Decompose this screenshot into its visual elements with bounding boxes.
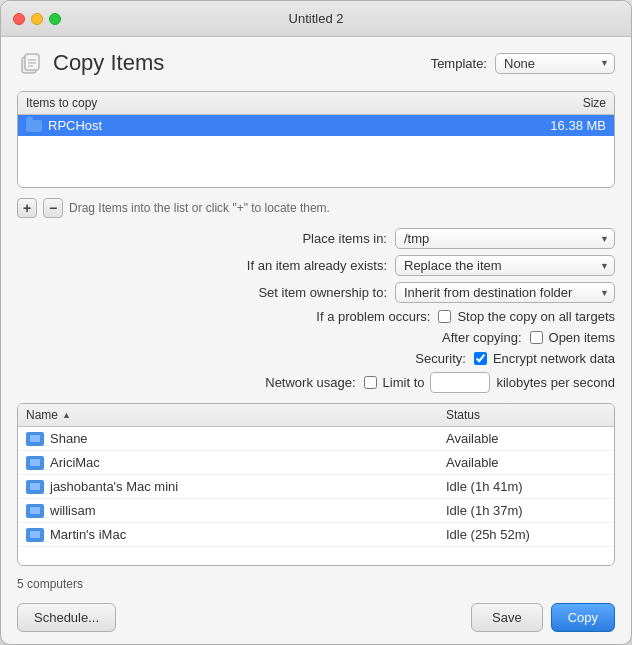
network-limit-text: Limit to	[383, 375, 425, 390]
security-checkbox[interactable]	[474, 352, 487, 365]
close-button[interactable]	[13, 13, 25, 25]
security-control: Encrypt network data	[474, 351, 615, 366]
network-checkbox[interactable]	[364, 376, 377, 389]
col-name-header: Name ▲	[26, 408, 442, 422]
after-copying-label: After copying:	[442, 330, 522, 345]
col-size-header: Size	[583, 96, 606, 110]
computer-status: Available	[446, 455, 606, 470]
security-text: Encrypt network data	[493, 351, 615, 366]
computers-list[interactable]: Shane Available AriciMac Available jasho…	[18, 427, 614, 565]
computer-status: Idle (1h 41m)	[446, 479, 606, 494]
computer-status: Idle (25h 52m)	[446, 527, 606, 542]
set-ownership-select[interactable]: Inherit from destination folder	[395, 282, 615, 303]
if-problem-label: If a problem occurs:	[316, 309, 430, 324]
computer-name: Shane	[50, 431, 446, 446]
list-item[interactable]: willisam Idle (1h 37m)	[18, 499, 614, 523]
computer-icon	[26, 504, 44, 518]
list-item[interactable]: Martin's iMac Idle (25h 52m)	[18, 523, 614, 547]
list-item[interactable]: AriciMac Available	[18, 451, 614, 475]
set-ownership-select-wrapper[interactable]: Inherit from destination folder	[395, 282, 615, 303]
if-exists-select-wrapper[interactable]: Replace the item Keep both Skip	[395, 255, 615, 276]
computer-name: jashobanta's Mac mini	[50, 479, 446, 494]
place-items-label: Place items in:	[302, 231, 387, 246]
place-items-select[interactable]: /tmp	[395, 228, 615, 249]
network-label: Network usage:	[265, 375, 355, 390]
list-item[interactable]: jashobanta's Mac mini Idle (1h 41m)	[18, 475, 614, 499]
file-list-body[interactable]: RPCHost 16.38 MB	[18, 115, 614, 187]
place-items-select-wrapper[interactable]: /tmp	[395, 228, 615, 249]
network-unit: kilobytes per second	[496, 375, 615, 390]
col-items-header: Items to copy	[26, 96, 97, 110]
table-row[interactable]: RPCHost 16.38 MB	[18, 115, 614, 136]
remove-button[interactable]: −	[43, 198, 63, 218]
computers-header: Name ▲ Status	[18, 404, 614, 427]
sort-arrow-icon: ▲	[62, 410, 71, 420]
file-list-header: Items to copy Size	[18, 92, 614, 115]
computer-name: willisam	[50, 503, 446, 518]
schedule-button[interactable]: Schedule...	[17, 603, 116, 632]
options-section: Place items in: /tmp If an item already …	[17, 228, 615, 393]
if-problem-control: Stop the copy on all targets	[438, 309, 615, 324]
computer-name: Martin's iMac	[50, 527, 446, 542]
if-exists-select[interactable]: Replace the item Keep both Skip	[395, 255, 615, 276]
if-exists-label: If an item already exists:	[247, 258, 387, 273]
network-row: Network usage: Limit to kilobytes per se…	[17, 372, 615, 393]
minimize-button[interactable]	[31, 13, 43, 25]
template-label: Template:	[431, 56, 487, 71]
computer-icon	[26, 432, 44, 446]
if-problem-text: Stop the copy on all targets	[457, 309, 615, 324]
computer-name: AriciMac	[50, 455, 446, 470]
list-item[interactable]: Shane Available	[18, 427, 614, 451]
save-button[interactable]: Save	[471, 603, 543, 632]
titlebar-buttons	[13, 13, 61, 25]
security-label: Security:	[415, 351, 466, 366]
after-copying-text: Open items	[549, 330, 615, 345]
header-left: Copy Items	[17, 49, 164, 77]
footer-count: 5 computers	[17, 576, 615, 591]
if-problem-checkbox[interactable]	[438, 310, 451, 323]
add-remove-row: + − Drag Items into the list or click "+…	[17, 198, 615, 218]
computer-icon	[26, 456, 44, 470]
network-value-input[interactable]	[430, 372, 490, 393]
footer-right-buttons: Save Copy	[471, 603, 615, 632]
file-name: RPCHost	[48, 118, 102, 133]
after-copying-checkbox[interactable]	[530, 331, 543, 344]
set-ownership-label: Set item ownership to:	[258, 285, 387, 300]
computer-status: Available	[446, 431, 606, 446]
svg-rect-1	[25, 54, 39, 70]
header-row: Copy Items Template: None	[17, 49, 615, 81]
folder-icon	[26, 120, 42, 132]
copy-items-icon	[17, 49, 45, 77]
maximize-button[interactable]	[49, 13, 61, 25]
col-status-header: Status	[446, 408, 606, 422]
titlebar: Untitled 2	[1, 1, 631, 37]
after-copying-control: Open items	[530, 330, 615, 345]
footer-buttons: Schedule... Save Copy	[17, 601, 615, 632]
window-title: Untitled 2	[289, 11, 344, 26]
computer-icon	[26, 528, 44, 542]
page-title: Copy Items	[53, 50, 164, 76]
after-copying-row: After copying: Open items	[17, 330, 615, 345]
place-items-row: Place items in: /tmp	[17, 228, 615, 249]
computer-icon	[26, 480, 44, 494]
copy-button[interactable]: Copy	[551, 603, 615, 632]
if-problem-row: If a problem occurs: Stop the copy on al…	[17, 309, 615, 324]
template-select[interactable]: None	[495, 53, 615, 74]
file-list-container: Items to copy Size RPCHost 16.38 MB	[17, 91, 615, 188]
template-select-wrapper[interactable]: None	[495, 53, 615, 74]
set-ownership-row: Set item ownership to: Inherit from dest…	[17, 282, 615, 303]
computers-section: Name ▲ Status Shane Available AriciMac A…	[17, 403, 615, 566]
file-size: 16.38 MB	[550, 118, 606, 133]
drag-hint: Drag Items into the list or click "+" to…	[69, 201, 330, 215]
computers-count: 5 computers	[17, 575, 83, 593]
add-button[interactable]: +	[17, 198, 37, 218]
if-exists-row: If an item already exists: Replace the i…	[17, 255, 615, 276]
security-row: Security: Encrypt network data	[17, 351, 615, 366]
network-control: Limit to kilobytes per second	[364, 372, 615, 393]
header-right: Template: None	[431, 53, 615, 74]
computer-status: Idle (1h 37m)	[446, 503, 606, 518]
